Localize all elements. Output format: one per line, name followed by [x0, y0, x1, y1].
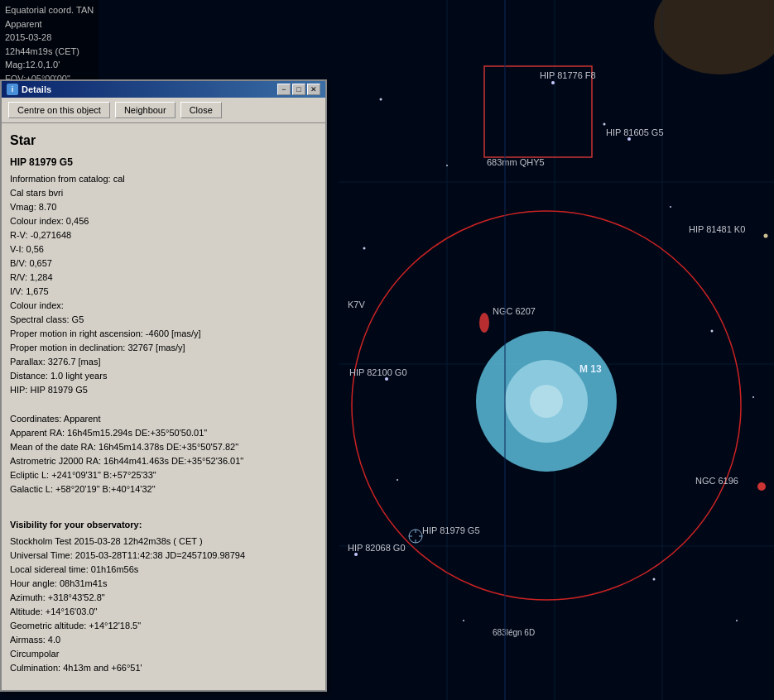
svg-point-17: [530, 385, 563, 418]
proper-motion-dec: Proper motion in declination: 32767 [mas…: [10, 341, 317, 355]
svg-point-28: [446, 165, 448, 166]
svg-point-29: [603, 123, 606, 126]
parallax: Parallax: 3276.7 [mas]: [10, 355, 317, 369]
airmass: Airmass: 4.0: [10, 633, 317, 647]
centre-button[interactable]: Centre on this object: [8, 102, 110, 118]
astrometric: Astrometric J2000 RA: 16h44m41.463s DE:+…: [10, 454, 317, 468]
k7v-label: K7V: [348, 300, 365, 309]
magnitude: Mag:12.0,1.0': [5, 58, 94, 72]
coord-system: Equatorial coord. TAN: [5, 3, 94, 17]
rv2-value: R/V: 1,284: [10, 271, 317, 285]
minimize-button[interactable]: −: [277, 84, 291, 95]
hip82068-label: HIP 82068 G0: [348, 543, 406, 553]
svg-point-24: [354, 553, 358, 556]
close-dialog-button[interactable]: Close: [180, 102, 222, 118]
universal-time: Universal Time: 2015-03-28T11:42:38 JD=2…: [10, 549, 317, 563]
svg-point-36: [363, 247, 366, 250]
star-id: HIP 81979 G5: [10, 155, 317, 170]
hip81605-label: HIP 81605 G5: [606, 127, 664, 137]
dialog-icon: i: [7, 84, 18, 95]
time: 12h44m19s (CET): [5, 45, 94, 59]
coordinates-label: Coordinates: Apparent: [10, 412, 317, 426]
iv-value: I/V: 1,675: [10, 285, 317, 299]
svg-point-33: [653, 578, 656, 581]
dialog-controls: − □ ✕: [277, 84, 320, 95]
visibility-label: Visibility for your observatory:: [10, 518, 317, 533]
vmag: Vmag: 8.70: [10, 200, 317, 214]
hip81481-label: HIP 81481 K0: [689, 224, 745, 234]
svg-point-13: [479, 313, 489, 333]
ngc6196-label: NGC 6196: [695, 476, 738, 486]
dialog-title-text: i Details: [7, 84, 51, 95]
sky-canvas[interactable]: HIP 81776 F8 HIP 81605 G5 683mm QHY5 HIP…: [339, 0, 774, 700]
hour-angle: Hour angle: 08h31m41s: [10, 577, 317, 591]
svg-point-31: [711, 330, 714, 333]
svg-point-18: [385, 377, 388, 381]
star-type-title: Star: [10, 130, 317, 151]
colour-index2: Colour index:: [10, 299, 317, 313]
geometric-altitude: Geometric altitude: +14°12'18.5": [10, 619, 317, 633]
rv-value: R-V: -0,271648: [10, 228, 317, 242]
distance: Distance: 1.0 light years: [10, 369, 317, 383]
svg-point-35: [463, 620, 464, 621]
svg-point-30: [670, 206, 671, 208]
svg-point-37: [752, 396, 754, 398]
svg-point-32: [397, 479, 398, 481]
stockholm: Stockholm Test 2015-03-28 12h42m38s ( CE…: [10, 535, 317, 549]
colour-index1: Colour index: 0,456: [10, 214, 317, 228]
hip81979-label: HIP 81979 G5: [422, 525, 480, 535]
maximize-button[interactable]: □: [292, 84, 305, 95]
dialog-toolbar: Centre on this object Neighbour Close: [2, 98, 325, 123]
apparent-ra: Apparent RA: 16h45m15.294s DE:+35°50'50.…: [10, 426, 317, 440]
mean-date: Mean of the date RA: 16h45m14.378s DE:+3…: [10, 440, 317, 454]
svg-point-27: [380, 98, 382, 101]
svg-point-34: [736, 620, 738, 621]
cal-stars: Cal stars bvri: [10, 186, 317, 200]
hip81776-label: HIP 81776 F8: [540, 70, 596, 80]
hip: HIP: HIP 81979 G5: [10, 383, 317, 397]
vi-value: V-I: 0,56: [10, 242, 317, 257]
dialog-titlebar: i Details − □ ✕: [2, 81, 325, 98]
bv-value: B/V: 0,657: [10, 257, 317, 271]
galactic: Galactic L: +58°20'19" B:+40°14'32": [10, 482, 317, 496]
hip82100-label: HIP 82100 G0: [349, 367, 407, 377]
svg-point-12: [764, 234, 768, 238]
altitude: Altitude: +14°16'03.0": [10, 605, 317, 619]
circumpolar: Circumpolar: [10, 647, 317, 661]
date: 2015-03-28: [5, 31, 94, 45]
dialog-title-label: Details: [22, 84, 51, 94]
local-sidereal: Local sidereal time: 01h16m56s: [10, 563, 317, 577]
sky-info-overlay: Equatorial coord. TAN Apparent 2015-03-2…: [0, 0, 99, 89]
ecliptic: Ecliptic L: +241°09'31" B:+57°25'33": [10, 468, 317, 482]
culmination: Culmination: 4h13m and +66°51': [10, 661, 317, 675]
ngc6207-label: NGC 6207: [493, 306, 536, 316]
fov-label: 683mm QHY5: [487, 157, 545, 167]
proper-motion-ra: Proper motion in right ascension: -4600 …: [10, 327, 317, 341]
spectral-class: Spectral class: G5: [10, 313, 317, 327]
bottom-fov-label: 683légn 6D: [493, 628, 535, 637]
azimuth: Azimuth: +318°43'52.8": [10, 591, 317, 605]
coord-type: Apparent: [5, 17, 94, 31]
close-window-button[interactable]: ✕: [307, 84, 320, 95]
details-dialog: i Details − □ ✕ Centre on this object Ne…: [0, 79, 327, 692]
svg-point-11: [627, 137, 631, 141]
m13-label: M 13: [579, 363, 602, 375]
neighbour-button[interactable]: Neighbour: [115, 102, 175, 118]
dialog-content[interactable]: Star HIP 81979 G5 Information from catal…: [2, 123, 325, 690]
info-from-catalog: Information from catalog: cal: [10, 172, 317, 186]
svg-point-25: [757, 482, 766, 491]
svg-point-10: [551, 81, 555, 84]
